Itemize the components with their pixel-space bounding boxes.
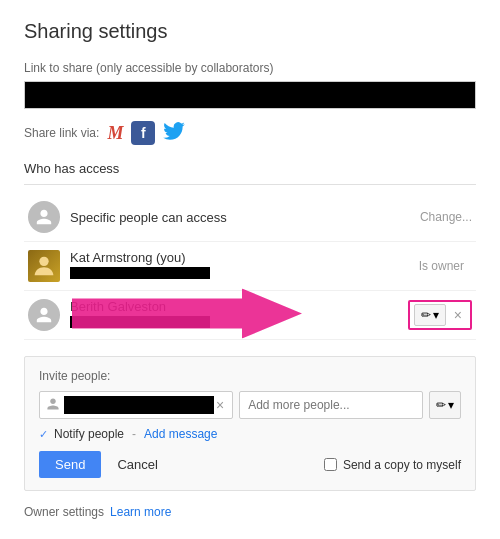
access-section: Specific people can access Change... Kat… bbox=[24, 184, 476, 340]
berith-email bbox=[70, 316, 210, 328]
copy-checkbox[interactable] bbox=[324, 458, 337, 471]
link-input[interactable] bbox=[24, 81, 476, 109]
send-button[interactable]: Send bbox=[39, 451, 101, 478]
notify-label: Notify people bbox=[54, 427, 124, 441]
notify-row: ✓ Notify people - Add message bbox=[39, 427, 461, 441]
kat-name: Kat Armstrong (you) bbox=[70, 250, 419, 265]
action-row: Send Cancel Send a copy to myself bbox=[39, 451, 461, 478]
access-row-kat: Kat Armstrong (you) Is owner bbox=[24, 242, 476, 291]
specific-people-info: Specific people can access bbox=[70, 210, 420, 225]
notify-dash: - bbox=[132, 427, 136, 441]
invite-person-icon bbox=[46, 397, 60, 414]
pencil-icon: ✏ bbox=[421, 308, 431, 322]
cancel-button[interactable]: Cancel bbox=[109, 451, 165, 478]
twitter-icon[interactable] bbox=[163, 122, 185, 145]
copy-label: Send a copy to myself bbox=[343, 458, 461, 472]
svg-point-0 bbox=[39, 257, 48, 266]
kat-role: Is owner bbox=[419, 259, 472, 273]
kat-email bbox=[70, 267, 210, 279]
access-row-specific: Specific people can access Change... bbox=[24, 193, 476, 242]
learn-more-link[interactable]: Learn more bbox=[110, 505, 171, 519]
add-message-link[interactable]: Add message bbox=[144, 427, 217, 441]
berith-info: Berith Galveston bbox=[70, 299, 408, 331]
berith-role-button[interactable]: ✏ ▾ bbox=[414, 304, 446, 326]
specific-people-icon bbox=[28, 201, 60, 233]
invite-input[interactable] bbox=[64, 396, 214, 414]
page-title: Sharing settings bbox=[24, 20, 476, 43]
caret-icon: ▾ bbox=[433, 308, 439, 322]
invite-caret-icon: ▾ bbox=[448, 398, 454, 412]
owner-settings-label: Owner settings bbox=[24, 505, 104, 519]
who-has-access-label: Who has access bbox=[24, 161, 476, 176]
change-access-button[interactable]: Change... bbox=[420, 210, 472, 224]
invite-pencil-icon: ✏ bbox=[436, 398, 446, 412]
access-row-berith: Berith Galveston ✏ ▾ × bbox=[24, 291, 476, 340]
invite-section: Invite people: × ✏ ▾ ✓ Notify people - A… bbox=[24, 356, 476, 491]
berith-icon bbox=[28, 299, 60, 331]
invite-input-row: × ✏ ▾ bbox=[39, 391, 461, 419]
berith-name: Berith Galveston bbox=[70, 299, 408, 314]
kat-info: Kat Armstrong (you) bbox=[70, 250, 419, 282]
kat-avatar bbox=[28, 250, 60, 282]
invite-clear-button[interactable]: × bbox=[214, 397, 226, 413]
specific-people-name: Specific people can access bbox=[70, 210, 420, 225]
invite-input-wrapper: × bbox=[39, 391, 233, 419]
owner-settings-row: Owner settings Learn more bbox=[24, 505, 476, 519]
invite-label: Invite people: bbox=[39, 369, 461, 383]
add-more-input[interactable] bbox=[239, 391, 423, 419]
copy-checkbox-area: Send a copy to myself bbox=[324, 458, 461, 472]
berith-role-controls: ✏ ▾ × bbox=[408, 300, 472, 330]
link-section-label: Link to share (only accessible by collab… bbox=[24, 61, 476, 75]
gmail-icon[interactable]: M bbox=[107, 123, 123, 144]
invite-role-button[interactable]: ✏ ▾ bbox=[429, 391, 461, 419]
notify-check-icon: ✓ bbox=[39, 428, 48, 441]
facebook-icon[interactable]: f bbox=[131, 121, 155, 145]
berith-remove-button[interactable]: × bbox=[450, 305, 466, 325]
share-via-label: Share link via: bbox=[24, 126, 99, 140]
